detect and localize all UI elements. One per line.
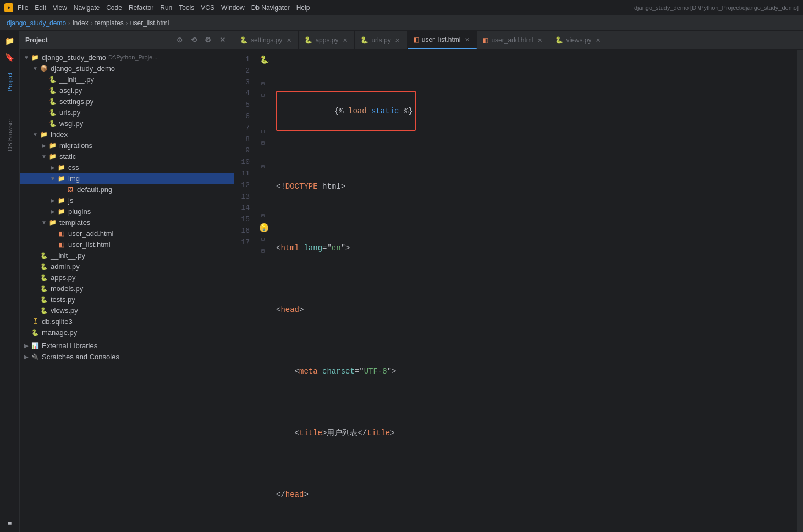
tree-arrow-root[interactable]: ▼	[22, 53, 31, 62]
kw-load: load	[344, 107, 371, 116]
folder-icon-js: 📁	[57, 196, 66, 205]
tab-close-views[interactable]: ✕	[595, 36, 602, 44]
breadcrumb-root[interactable]: django_study_demo	[7, 19, 66, 27]
tab-settings-py[interactable]: 🐍 settings.py ✕	[234, 31, 299, 49]
sidebar-db-browser-label[interactable]: DB Browser	[7, 117, 13, 153]
sidebar-project-label[interactable]: Project	[7, 70, 13, 94]
tree-item-views[interactable]: 🐍 views.py	[20, 305, 234, 316]
tab-close-urls[interactable]: ✕	[394, 36, 402, 44]
menu-code[interactable]: Code	[106, 4, 122, 12]
menu-window[interactable]: Window	[221, 4, 245, 12]
tree-arrow-js[interactable]: ▶	[48, 196, 57, 205]
folder-icon-static: 📁	[48, 152, 57, 161]
tab-user-add-html[interactable]: ◧ user_add.html ✕	[477, 31, 549, 49]
menu-view[interactable]: View	[53, 4, 67, 12]
tree-item-css[interactable]: ▶ 📁 css	[20, 162, 234, 173]
tab-close-settings[interactable]: ✕	[285, 36, 293, 44]
tree-arrow-migrations[interactable]: ▶	[40, 141, 48, 150]
tree-arrow-plugins[interactable]: ▶	[48, 207, 57, 216]
tree-item-pkg[interactable]: ▼ 📦 django_study_demo	[20, 63, 234, 74]
tree-item-root[interactable]: ▼ 📁 django_study_demo D:\Python_Proje...	[20, 52, 234, 63]
tree-arrow-pkg[interactable]: ▼	[31, 64, 40, 73]
tree-item-user-add[interactable]: ◧ user_add.html	[20, 228, 234, 239]
tree-arrow-index[interactable]: ▼	[31, 130, 40, 139]
folder-icon-migrations: 📁	[48, 141, 57, 150]
menu-help[interactable]: Help	[296, 4, 310, 12]
tree-item-img[interactable]: ▼ 📁 img	[20, 173, 234, 184]
tree-item-models[interactable]: 🐍 models.py	[20, 283, 234, 294]
breadcrumb-templates[interactable]: templates	[95, 19, 124, 27]
panel-gear-icon[interactable]: ⚙	[202, 34, 214, 46]
tree-item-settings[interactable]: 🐍 settings.py	[20, 96, 234, 107]
py-icon-tests: 🐍	[40, 295, 48, 304]
fold-icon-4[interactable]: ⊟	[258, 90, 267, 102]
tab-close-user-add[interactable]: ✕	[536, 36, 543, 44]
tree-item-plugins[interactable]: ▶ 📁 plugins	[20, 206, 234, 217]
tree-item-init1[interactable]: 🐍 __init__.py	[20, 74, 234, 85]
tree-item-static[interactable]: ▼ 📁 static	[20, 151, 234, 162]
tab-user-list-html[interactable]: ◧ user_list.html ✕	[408, 31, 477, 49]
panel-close-icon[interactable]: ✕	[216, 34, 228, 46]
fold-icon-8[interactable]: ⊟	[258, 138, 267, 150]
fold-icon-7[interactable]: ⊟	[258, 127, 267, 138]
folder-icon-templates: 📁	[48, 218, 57, 227]
menu-run[interactable]: Run	[160, 4, 172, 12]
tree-item-default-png[interactable]: 🖼 default.png	[20, 184, 234, 195]
tree-item-manage[interactable]: 🐍 manage.py	[20, 327, 234, 338]
menu-tools[interactable]: Tools	[179, 4, 194, 12]
menu-bar[interactable]: File Edit View Navigate Code Refactor Ru…	[18, 4, 310, 12]
tree-arrow-css[interactable]: ▶	[48, 163, 57, 172]
sidebar-project-icon[interactable]: 📁	[2, 33, 18, 48]
tree-label-asgi: asgi.py	[59, 86, 82, 95]
tree-item-apps[interactable]: 🐍 apps.py	[20, 272, 234, 283]
menu-refactor[interactable]: Refactor	[129, 4, 153, 12]
tree-item-user-list[interactable]: ◧ user_list.html	[20, 239, 234, 250]
tree-item-asgi[interactable]: 🐍 asgi.py	[20, 85, 234, 96]
fold-icon-14[interactable]: ⊟	[258, 210, 267, 222]
menu-navigate[interactable]: Navigate	[74, 4, 100, 12]
menu-db-navigator[interactable]: Db Navigator	[251, 4, 290, 12]
tree-item-urls[interactable]: 🐍 urls.py	[20, 107, 234, 118]
tree-item-tests[interactable]: 🐍 tests.py	[20, 294, 234, 305]
tree-arrow-templates[interactable]: ▼	[40, 218, 48, 227]
menu-vcs[interactable]: VCS	[201, 4, 215, 12]
tab-apps-py[interactable]: 🐍 apps.py ✕	[299, 31, 355, 49]
tree-item-migrations[interactable]: ▶ 📁 migrations	[20, 140, 234, 151]
tree-item-admin[interactable]: 🐍 admin.py	[20, 261, 234, 272]
code-area[interactable]: {% load static %} <!DOCTYPE html> <html …	[270, 50, 798, 532]
fold-icon-10[interactable]: ⊟	[258, 162, 267, 173]
tree-label-settings: settings.py	[59, 97, 94, 106]
tree-item-init2[interactable]: 🐍 __init__.py	[20, 250, 234, 261]
fold-icon-16[interactable]: ⊟	[258, 234, 267, 246]
breadcrumb-sep-2: ›	[91, 19, 93, 27]
sidebar-bookmark-icon[interactable]: 🔖	[2, 50, 18, 65]
breadcrumb-index[interactable]: index	[73, 19, 89, 27]
tree-arrow-ext-libs[interactable]: ▶	[22, 341, 31, 350]
tree-arrow-img[interactable]: ▼	[48, 174, 57, 183]
tree-item-wsgi[interactable]: 🐍 wsgi.py	[20, 118, 234, 129]
tree-item-index[interactable]: ▼ 📁 index	[20, 129, 234, 140]
fold-icon-17[interactable]: ⊟	[258, 246, 267, 257]
tree-arrow-static[interactable]: ▼	[40, 152, 48, 161]
panel-icon-circle[interactable]: ⊙	[173, 34, 185, 46]
breadcrumb-file[interactable]: user_list.html	[130, 19, 169, 27]
tab-close-user-list[interactable]: ✕	[463, 36, 471, 43]
tab-urls-py[interactable]: 🐍 urls.py ✕	[355, 31, 407, 49]
menu-file[interactable]: File	[18, 4, 28, 12]
panel-icon-expand[interactable]: ⟲	[188, 34, 200, 46]
sidebar-structure-icon[interactable]: ≡	[8, 519, 12, 528]
tree-item-db[interactable]: 🗄 db.sqlite3	[20, 316, 234, 327]
line-num-11: 11	[234, 168, 254, 180]
tree-item-ext-libs[interactable]: ▶ 📊 External Libraries	[20, 340, 234, 351]
tab-close-apps[interactable]: ✕	[341, 36, 349, 44]
tree-arrow-scratches[interactable]: ▶	[22, 352, 31, 361]
tab-views-py[interactable]: 🐍 views.py ✕	[549, 31, 608, 49]
tree-item-scratches[interactable]: ▶ 🔌 Scratches and Consoles	[20, 351, 234, 362]
menu-edit[interactable]: Edit	[35, 4, 46, 12]
tree-item-js[interactable]: ▶ 📁 js	[20, 195, 234, 206]
tree-item-templates[interactable]: ▼ 📁 templates	[20, 217, 234, 228]
editor-scrollbar[interactable]	[798, 50, 803, 532]
py-icon-settings: 🐍	[48, 97, 57, 106]
package-icon: 📦	[40, 64, 48, 73]
fold-icon-3[interactable]: ⊟	[258, 79, 267, 90]
